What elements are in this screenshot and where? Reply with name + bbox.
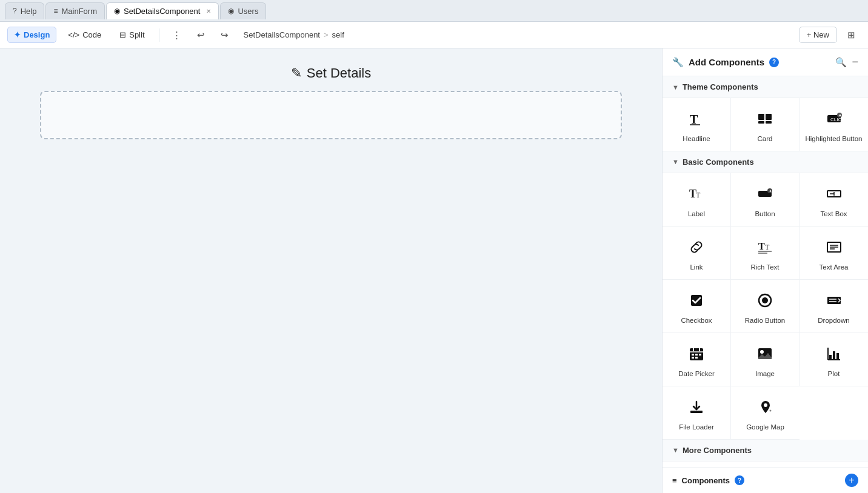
design-button[interactable]: ✦ Design (7, 27, 56, 43)
text-area-icon (823, 236, 845, 258)
card-icon (754, 108, 776, 130)
canvas-title-icon: ✎ (291, 65, 302, 81)
dropdown-icon (823, 290, 845, 311)
theme-section-chevron: ▼ (672, 84, 679, 91)
svg-text:T: T (765, 243, 770, 251)
tab-setdetails[interactable]: ◉ SetDetailsComponent ✕ (106, 2, 219, 19)
svg-text:T: T (758, 241, 765, 251)
component-google-map[interactable]: Google Map (731, 386, 800, 440)
component-file-loader[interactable]: File Loader (663, 386, 731, 440)
design-icon: ✦ (14, 30, 21, 39)
panel-help-badge[interactable]: ? (769, 58, 779, 67)
link-label: Link (690, 263, 703, 272)
svg-rect-29 (827, 297, 841, 304)
component-checkbox[interactable]: Checkbox (663, 280, 731, 333)
toolbar: ✦ Design </> Code ⊟ Split ⋮ ↩ ↪ SetDetai… (0, 22, 868, 48)
more-components-section[interactable]: ▼ More Components (663, 440, 868, 462)
breadcrumb-component: SetDetailsComponent (244, 30, 320, 39)
tab-setdetails-close[interactable]: ✕ (206, 8, 211, 15)
svg-point-51 (769, 409, 771, 411)
component-radio-button[interactable]: Radio Button (731, 280, 800, 333)
collapse-icon[interactable]: − (852, 56, 858, 68)
checkbox-icon (686, 290, 707, 311)
svg-rect-2 (758, 114, 764, 120)
panel-header: 🔧 Add Components ? 🔍 − (663, 48, 868, 76)
tab-mainform[interactable]: ≡ MainForm (45, 2, 105, 19)
components-icon: ≡ (672, 476, 677, 485)
svg-rect-46 (829, 355, 832, 360)
date-picker-icon (686, 343, 707, 365)
panel-scroll: ▼ Theme Components T Headline (663, 76, 868, 467)
image-label: Image (755, 369, 775, 379)
tab-help-label: Help (21, 7, 37, 16)
search-icon[interactable]: 🔍 (835, 57, 847, 68)
layout-toggle-button[interactable]: ⊞ (842, 26, 861, 44)
tab-mainform-icon: ≡ (53, 7, 58, 15)
google-map-icon (755, 396, 776, 418)
basic-components-grid: T T Label ✦ Button (663, 173, 868, 440)
redo-button[interactable]: ↪ (215, 26, 234, 44)
bottom-help-badge[interactable]: ? (735, 475, 744, 485)
canvas-drop-zone[interactable] (40, 91, 622, 139)
component-image[interactable]: Image (731, 333, 800, 386)
text-box-icon (823, 183, 845, 205)
component-dropdown[interactable]: Dropdown (800, 280, 868, 333)
rich-text-label: Rich Text (750, 263, 779, 272)
more-section-chevron: ▼ (672, 446, 679, 454)
component-date-picker[interactable]: Date Picker (663, 333, 731, 386)
svg-text:CLICK: CLICK (830, 117, 843, 122)
code-button[interactable]: </> Code (61, 27, 108, 43)
svg-point-42 (760, 350, 764, 354)
basic-section-label: Basic Components (683, 157, 754, 167)
new-button[interactable]: + New (799, 27, 837, 43)
tab-users[interactable]: ◉ Users (220, 2, 266, 19)
add-component-button[interactable]: + (845, 474, 858, 487)
tab-help[interactable]: ? Help (5, 2, 44, 19)
svg-text:T: T (696, 191, 701, 199)
more-section-label: More Components (683, 446, 752, 455)
svg-text:T: T (690, 113, 698, 126)
plot-icon (823, 343, 845, 365)
undo-button[interactable]: ↩ (192, 26, 210, 44)
svg-point-28 (762, 297, 768, 303)
component-text-box[interactable]: Text Box (800, 173, 868, 227)
right-panel: 🔧 Add Components ? 🔍 − ▼ Theme Component… (662, 48, 868, 493)
svg-rect-36 (692, 354, 694, 356)
theme-section-label: Theme Components (683, 82, 758, 91)
component-headline[interactable]: T Headline (663, 98, 731, 151)
tab-mainform-label: MainForm (61, 7, 97, 16)
tab-users-label: Users (238, 7, 258, 16)
text-box-label: Text Box (820, 210, 847, 219)
svg-rect-38 (699, 354, 701, 356)
component-label[interactable]: T T Label (663, 173, 731, 227)
highlighted-button-icon: CLICK ✦ (823, 108, 845, 130)
breadcrumb-separator: > (324, 30, 329, 39)
google-map-label: Google Map (746, 423, 784, 432)
toolbar-separator-1 (159, 28, 159, 42)
component-highlighted-button[interactable]: CLICK ✦ Highlighted Button (800, 98, 868, 151)
component-text-area[interactable]: Text Area (800, 227, 868, 280)
component-link[interactable]: Link (663, 227, 731, 280)
headline-label: Headline (683, 134, 710, 144)
component-rich-text[interactable]: T T Rich Text (731, 227, 800, 280)
main-area: ✎ Set Details 🔧 Add Components ? 🔍 − ▼ T… (0, 48, 868, 493)
split-icon: ⊟ (119, 30, 126, 39)
highlighted-button-label: Highlighted Button (806, 134, 863, 144)
component-card[interactable]: Card (731, 98, 800, 151)
file-loader-label: File Loader (679, 423, 714, 432)
svg-rect-48 (836, 353, 839, 360)
theme-components-section[interactable]: ▼ Theme Components (663, 76, 868, 98)
tab-setdetails-icon: ◉ (114, 7, 120, 15)
basic-components-section[interactable]: ▼ Basic Components (663, 151, 868, 173)
component-button[interactable]: ✦ Button (731, 173, 800, 227)
bottom-bar: ≡ Components ? + (663, 467, 868, 493)
canvas-area: ✎ Set Details (0, 48, 662, 493)
breadcrumb-self: self (332, 30, 344, 39)
more-options-button[interactable]: ⋮ (167, 26, 187, 44)
tab-users-icon: ◉ (228, 7, 234, 15)
svg-rect-5 (766, 121, 772, 124)
component-plot[interactable]: Plot (800, 333, 868, 386)
code-label: Code (82, 30, 101, 39)
svg-rect-3 (766, 114, 772, 120)
split-button[interactable]: ⊟ Split (113, 27, 151, 43)
